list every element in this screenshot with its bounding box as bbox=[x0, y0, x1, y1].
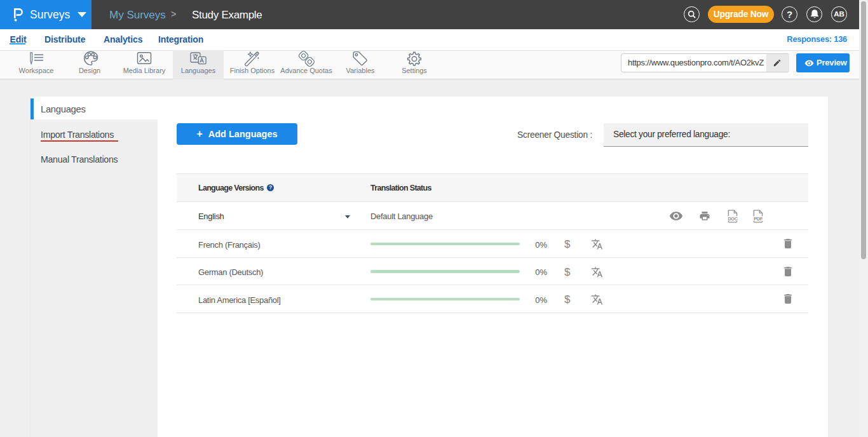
svg-text:DOC: DOC bbox=[728, 215, 738, 221]
svg-text:PDF: PDF bbox=[754, 215, 763, 221]
